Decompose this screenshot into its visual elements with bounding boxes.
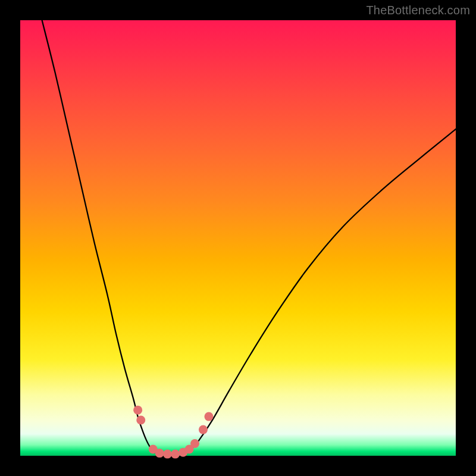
left-curve (42, 20, 155, 453)
watermark-text: TheBottleneck.com (366, 4, 470, 17)
curve-marker (163, 450, 172, 459)
curve-marker (155, 449, 164, 458)
right-curve (190, 129, 456, 450)
curve-marker (136, 415, 145, 424)
bottleneck-curves (20, 20, 456, 456)
curve-marker (204, 412, 213, 421)
curve-marker (133, 406, 142, 415)
chart-frame: TheBottleneck.com (0, 0, 476, 476)
curve-marker (199, 425, 208, 434)
curve-marker (190, 439, 199, 448)
curve-markers (133, 406, 213, 459)
curve-marker (171, 450, 180, 459)
plot-area (20, 20, 456, 456)
